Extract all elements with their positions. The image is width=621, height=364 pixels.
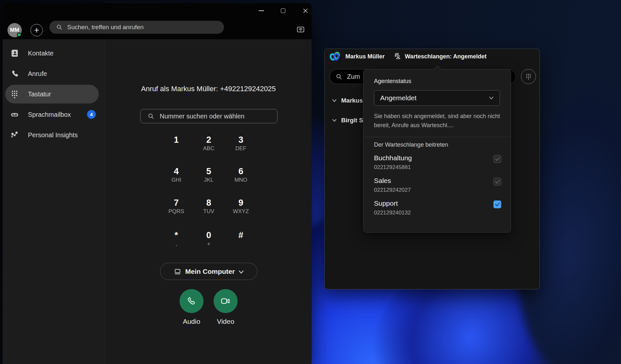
close-button[interactable] [301,7,310,14]
queue-status-label: Warteschlangen: Angemeldet [405,53,487,60]
search-icon [336,73,342,80]
key-digit: 5 [193,166,225,176]
sidebar: Kontakte Anrufe Tastatur Sprachmailbox [3,39,105,364]
key-letters: GHI [160,176,193,184]
dialpad-key-5[interactable]: 5JKL [193,166,225,184]
connect-to-device-button[interactable] [296,25,305,35]
sidebar-item-kontakte[interactable]: Kontakte [5,44,99,63]
sidebar-item-label: Kontakte [28,50,54,57]
key-letters: JKL [193,176,225,184]
queue-checkbox[interactable] [493,178,501,186]
dialpad-key-3[interactable]: 3DEF [225,135,257,152]
key-letters: , [160,240,193,248]
key-digit: 1 [160,135,193,145]
sidebar-item-label: Anrufe [28,70,47,78]
maximize-button[interactable] [278,7,288,14]
key-digit: 2 [193,135,225,145]
minimize-icon [259,10,264,11]
dialpad-key-2[interactable]: 2ABC [193,135,225,152]
video-call-button[interactable] [214,289,238,313]
video-camera-icon [220,296,231,307]
screen: MM + Suchen, treffen und anrufen [0,0,621,364]
chevron-down-icon [239,270,244,274]
key-digit: 8 [193,198,225,208]
sidebar-item-label: Sprachmailbox [28,111,71,118]
dialpad-key-9[interactable]: 9WXYZ [225,198,257,215]
voicemail-count-badge: 4 [87,110,96,119]
audio-button-label: Audio [180,318,204,325]
key-letters [225,240,257,248]
key-letters: PQRS [160,208,193,215]
key-letters: ABC [193,145,225,152]
queue-number: 022129240132 [374,209,501,217]
key-digit: # [225,230,257,240]
queue-name: Sales [374,176,501,185]
dialpad-key-8[interactable]: 8TUV [193,198,225,215]
dialpad-key-hash[interactable]: # [225,230,257,248]
minimize-button[interactable] [256,7,266,14]
calling-window: MM + Suchen, treffen und anrufen [3,3,312,364]
queue-checkbox[interactable] [493,155,501,163]
queue-checkbox[interactable] [493,200,501,208]
voicemail-icon [10,110,19,119]
search-icon [55,24,64,30]
caller-id-line: Anruf als Markus Müller: +4922129242025 [105,85,312,93]
queue-status-button[interactable]: Warteschlangen: Angemeldet [394,53,487,60]
device-selector-button[interactable]: Mein Computer [160,263,257,280]
key-letters: TUV [193,208,225,215]
sidebar-item-personal-insights[interactable]: Personal Insights [5,126,99,144]
queue-window: Markus Müller Warteschlangen: Angemeldet… [324,49,540,289]
agent-status-value: Angemeldet [380,94,416,102]
key-digit: 0 [193,230,225,240]
dialpad-key-1[interactable]: 1 [160,135,193,152]
dialpad-button[interactable] [521,69,536,84]
dialpad-icon [10,90,19,98]
audio-call-button[interactable] [180,289,204,313]
key-letters: MNO [225,176,257,184]
number-search-input[interactable]: Nummer suchen oder wählen [140,109,278,123]
dialpad-key-4[interactable]: 4GHI [160,166,193,184]
chevron-down-icon [489,96,494,100]
check-icon [495,202,500,206]
sidebar-item-tastatur[interactable]: Tastatur [5,85,99,103]
contact-name: Birgit S [341,117,363,124]
dialpad-key-star[interactable]: *, [160,230,193,248]
webex-logo [329,51,341,62]
join-queue-label: Der Warteschlange beitreten [374,141,448,148]
queue-row-buchhaltung: Buchhaltung 022129245881 [374,154,501,174]
close-icon [303,8,308,13]
dialpad-key-0[interactable]: 0+ [193,230,225,248]
key-digit: * [160,230,193,240]
sidebar-item-anrufe[interactable]: Anrufe [5,64,99,83]
chevron-down-icon [332,99,337,102]
global-search-placeholder: Suchen, treffen und anrufen [67,24,143,31]
chevron-down-icon [332,119,337,122]
key-digit: 6 [225,166,257,176]
global-search-input[interactable]: Suchen, treffen und anrufen [49,21,224,34]
laptop-icon [174,268,181,275]
handset-icon [186,296,197,307]
key-letters [160,145,193,152]
sidebar-item-sprachmailbox[interactable]: Sprachmailbox 4 [5,105,99,124]
sidebar-item-label: Tastatur [28,91,51,98]
number-input-placeholder: Nummer suchen oder wählen [160,113,244,120]
agent-status-select[interactable]: Angemeldet [374,90,500,106]
connect-to-device-icon [296,25,305,35]
queue-name: Support [374,199,501,208]
check-icon [495,157,500,161]
add-button[interactable]: + [31,24,43,36]
dialpad-key-7[interactable]: 7PQRS [160,198,193,215]
dialpad-key-6[interactable]: 6MNO [225,166,257,184]
contacts-icon [10,49,19,57]
video-button-label: Video [214,318,238,325]
queue-row-support: Support 022129240132 [374,199,501,219]
presence-indicator [17,32,21,37]
divider [364,137,511,137]
dialpad-icon [525,73,532,80]
key-digit: 9 [225,198,257,208]
key-digit: 3 [225,135,257,145]
queue-search-text: Zum [347,73,360,80]
popover-caret [434,66,441,73]
search-icon [148,113,155,120]
queue-window-header: Markus Müller Warteschlangen: Angemeldet [325,49,540,64]
